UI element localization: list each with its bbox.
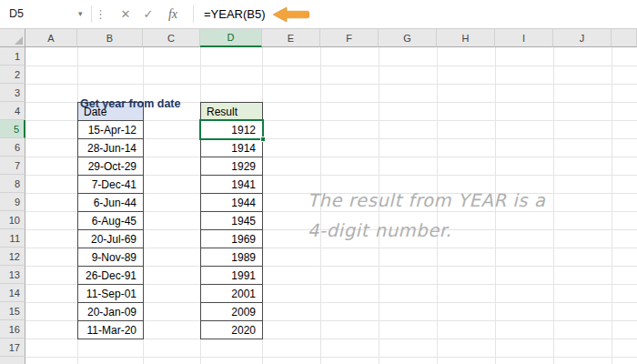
column-header-D[interactable]: D [200,29,262,47]
row-header-15[interactable]: 15 [0,302,25,320]
cell-B9[interactable]: 6-Jun-44 [77,193,144,212]
cell-B5[interactable]: 15-Apr-12 [77,120,144,139]
cell-B6[interactable]: 28-Jun-14 [77,138,144,157]
divider [91,5,92,23]
cell-B7[interactable]: 29-Oct-29 [77,157,144,176]
fill-handle[interactable] [260,136,266,142]
cell-D9[interactable]: 1944 [200,193,263,212]
cell-D6[interactable]: 1914 [200,138,263,157]
gridline-vertical [553,47,554,364]
cell-B16[interactable]: 11-Mar-20 [77,320,144,339]
formula-bar-resizer[interactable]: ⋮ [95,0,106,28]
row-header-5[interactable]: 5 [0,120,25,138]
cell-B10[interactable]: 6-Aug-45 [77,211,144,230]
row-header-13[interactable]: 13 [0,266,25,284]
column-header-C[interactable]: C [143,29,200,47]
row-header-11[interactable]: 11 [0,229,25,248]
column-header-H[interactable]: H [437,29,495,47]
gridline-vertical [612,47,612,364]
cell-B15[interactable]: 20-Jan-09 [77,302,144,321]
select-all-triangle-icon [15,36,23,45]
cell-D5[interactable]: 1912 [200,120,263,139]
divider [193,5,194,23]
column-header-E[interactable]: E [262,29,320,47]
cell-D12[interactable]: 1989 [200,248,263,267]
row-header-12[interactable]: 12 [0,248,25,266]
column-header-F[interactable]: F [320,29,379,47]
column-header-G[interactable]: G [379,29,437,47]
cell-D8[interactable]: 1941 [200,175,263,194]
column-header-J[interactable]: J [553,29,612,47]
annotation-line-2: 4-digit number. [308,216,545,246]
cell-D4-result-header[interactable]: Result [200,102,263,121]
cell-D11[interactable]: 1969 [200,229,263,248]
row-header-9[interactable]: 9 [0,193,25,211]
gridline-horizontal [25,84,637,85]
row-header-7[interactable]: 7 [0,157,25,175]
cancel-button[interactable]: ✕ [115,0,136,28]
row-header-14[interactable]: 14 [0,284,25,302]
row-header-6[interactable]: 6 [0,138,25,157]
formula-input[interactable]: =YEAR(B5) [204,0,266,28]
column-header-B[interactable]: B [77,29,143,47]
cell-D14[interactable]: 2001 [200,284,263,303]
row-header-4[interactable]: 4 [0,102,25,120]
row-header-2[interactable]: 2 [0,66,25,84]
cell-B11[interactable]: 20-Jul-69 [77,229,144,248]
row-header-partial [0,357,25,364]
excel-window: D5 ▾ ⋮ ✕ ✓ fx =YEAR(B5) Get year from da… [0,0,637,364]
row-header-3[interactable]: 3 [0,84,25,102]
cell-B14[interactable]: 11-Sep-01 [77,284,144,303]
column-header-A[interactable]: A [25,29,77,47]
annotation-line-1: The result from YEAR is a [308,186,545,216]
gridline-horizontal [25,66,637,66]
row-header-1[interactable]: 1 [0,47,25,66]
annotation-arrow-icon [273,6,309,23]
annotation-text: The result from YEAR is a 4-digit number… [308,186,545,246]
select-all-corner[interactable] [0,29,25,47]
cell-D16[interactable]: 2020 [200,320,263,339]
column-header-I[interactable]: I [495,29,553,47]
row-header-8[interactable]: 8 [0,175,25,193]
cell-B13[interactable]: 26-Dec-91 [77,266,144,285]
cell-D13[interactable]: 1991 [200,266,263,285]
formula-bar: D5 ▾ ⋮ ✕ ✓ fx =YEAR(B5) [0,0,637,29]
cell-D10[interactable]: 1945 [200,211,263,230]
row-header-10[interactable]: 10 [0,211,25,229]
name-box[interactable]: D5 [0,0,91,28]
gridline-horizontal [25,357,637,358]
cell-B2-title[interactable]: Get year from date [80,95,180,113]
cell-B12[interactable]: 9-Nov-89 [77,248,144,267]
enter-button[interactable]: ✓ [137,0,159,28]
row-header-17[interactable]: 17 [0,339,25,357]
insert-function-button[interactable]: fx [162,0,184,28]
cell-D15[interactable]: 2009 [200,302,263,321]
cell-B8[interactable]: 7-Dec-41 [77,175,144,194]
row-header-16[interactable]: 16 [0,320,25,339]
column-header-partial[interactable] [612,29,637,47]
chevron-down-icon[interactable]: ▾ [78,0,83,28]
cell-D7[interactable]: 1929 [200,157,263,176]
